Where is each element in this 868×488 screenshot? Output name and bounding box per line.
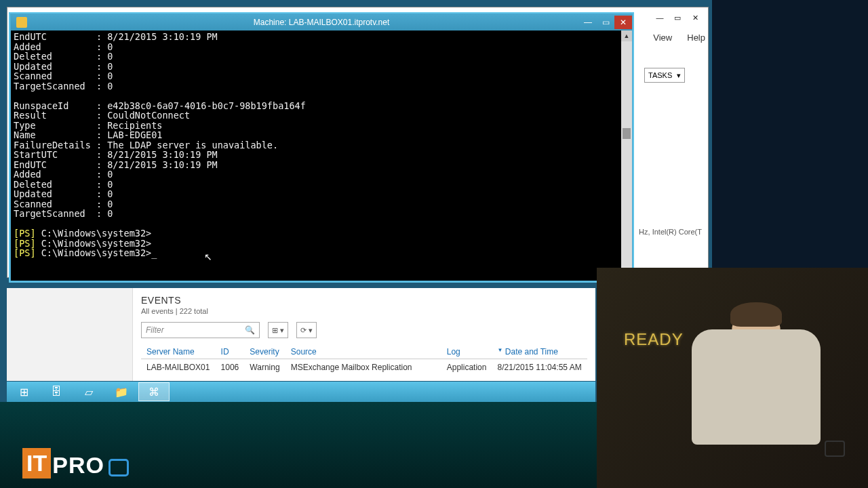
cell-date: 8/21/2015 11:04:55 AM <box>492 359 587 376</box>
ready-sign: READY <box>624 330 684 349</box>
term-maximize-button[interactable]: ▭ <box>597 16 614 29</box>
console-output: EndUTC : 8/21/2015 3:10:19 PM Added : 0 … <box>11 30 632 258</box>
logo-tv-icon <box>108 459 129 476</box>
powershell-window: Machine: LAB-MAILBOX01.itprotv.net — ▭ ✕… <box>10 14 633 281</box>
terminal-scrollbar[interactable]: ▲ ▼ <box>621 30 632 281</box>
col-server[interactable]: Server Name <box>141 345 216 359</box>
scroll-thumb[interactable] <box>623 128 631 139</box>
grid-icon: ⊞ <box>272 326 278 335</box>
scroll-track[interactable] <box>621 41 632 270</box>
console-text: EndUTC : 8/21/2015 3:10:19 PM Added : 0 … <box>14 31 306 219</box>
terminal-title: Machine: LAB-MAILBOX01.itprotv.net <box>254 18 390 27</box>
menu-view[interactable]: View <box>653 33 672 43</box>
tasks-dropdown[interactable]: TASKS ▾ <box>644 68 685 83</box>
taskbar-exchange-shell[interactable]: ⌘ <box>138 382 170 401</box>
terminal-app-icon <box>16 17 27 28</box>
menu-help[interactable]: Help <box>687 33 705 43</box>
cpu-info-label: Hz, Intel(R) Core(T <box>639 228 702 236</box>
bg-close-button[interactable]: ✕ <box>686 11 704 24</box>
start-button[interactable]: ⊞ <box>8 382 39 401</box>
terminal-body[interactable]: EndUTC : 8/21/2015 3:10:19 PM Added : 0 … <box>11 30 632 281</box>
taskbar-explorer[interactable]: 📁 <box>106 382 137 401</box>
presenter-video: READY <box>597 268 868 488</box>
scroll-up-icon[interactable]: ▲ <box>621 30 632 41</box>
cell-source: MSExchange Mailbox Replication <box>285 359 441 376</box>
cell-severity: Warning <box>244 359 285 376</box>
col-date-label: Date and Time <box>505 347 558 357</box>
bg-minimize-button[interactable]: — <box>651 11 669 24</box>
events-filter-input[interactable]: Filter 🔍 <box>141 322 260 338</box>
tasks-label: TASKS <box>648 71 672 79</box>
table-row[interactable]: LAB-MAILBOX01 1006 Warning MSExchange Ma… <box>141 359 587 376</box>
events-table: Server Name ID Severity Source Log ▼ Dat… <box>141 345 587 375</box>
search-icon[interactable]: 🔍 <box>245 325 255 335</box>
term-close-button[interactable]: ✕ <box>614 16 632 29</box>
events-panel: EVENTS All events | 222 total Filter 🔍 ⊞… <box>7 288 595 381</box>
term-minimize-button[interactable]: — <box>579 16 597 29</box>
taskbar-powershell[interactable]: ▱ <box>73 382 104 401</box>
cell-log: Application <box>441 359 492 376</box>
col-date[interactable]: ▼ Date and Time <box>492 345 587 359</box>
chevron-down-icon: ▾ <box>280 326 284 335</box>
sort-desc-icon: ▼ <box>498 347 503 353</box>
taskbar: ⊞ 🗄 ▱ 📁 ⌘ <box>7 382 595 402</box>
events-title: EVENTS <box>141 295 587 306</box>
prompt-prefix-3: [PS] <box>14 247 36 258</box>
shirt-tv-icon <box>825 441 845 457</box>
col-source[interactable]: Source <box>285 345 441 359</box>
logo-it: IT <box>22 448 51 479</box>
terminal-titlebar[interactable]: Machine: LAB-MAILBOX01.itprotv.net — ▭ ✕ <box>11 14 632 30</box>
events-query-options[interactable]: ⟳▾ <box>296 322 317 338</box>
bg-menubar: View Help <box>653 33 705 43</box>
events-subtitle: All events | 222 total <box>141 307 587 315</box>
bg-maximize-button[interactable]: ▭ <box>669 11 686 24</box>
presenter-silhouette <box>682 305 831 488</box>
events-sidebar <box>7 288 133 381</box>
col-id[interactable]: ID <box>216 345 245 359</box>
logo-pro: PRO <box>52 452 104 479</box>
col-log[interactable]: Log <box>441 345 492 359</box>
taskbar-server-manager[interactable]: 🗄 <box>41 382 72 401</box>
cell-id: 1006 <box>216 359 245 376</box>
chevron-down-icon: ▾ <box>309 326 313 335</box>
chevron-down-icon: ▾ <box>677 71 681 80</box>
prompt-path-3: C:\Windows\system32> <box>36 247 152 258</box>
filter-placeholder: Filter <box>146 325 164 335</box>
cell-server: LAB-MAILBOX01 <box>141 359 216 376</box>
filter-icon: ⟳ <box>300 326 307 335</box>
events-view-options[interactable]: ⊞▾ <box>268 322 288 338</box>
col-severity[interactable]: Severity <box>244 345 285 359</box>
itprotv-logo: IT PRO <box>22 448 129 479</box>
